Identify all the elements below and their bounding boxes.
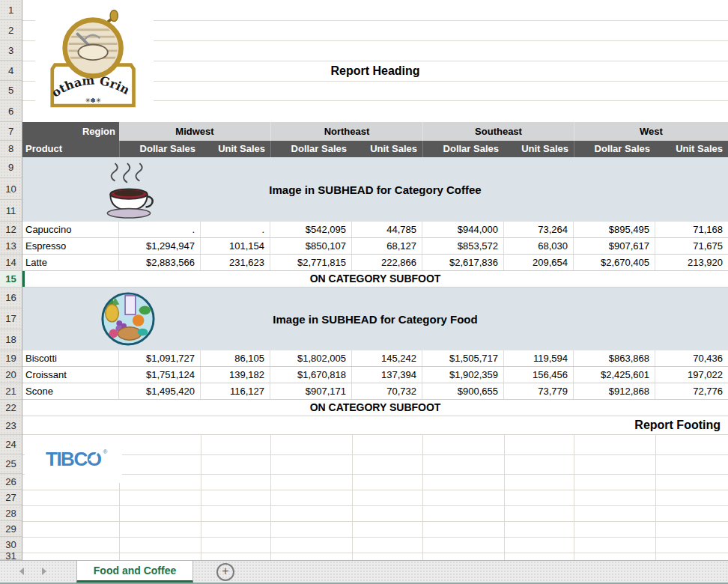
unit-sales-header[interactable]: Unit Sales xyxy=(504,141,574,157)
value-cell[interactable]: $1,751,124 xyxy=(119,367,201,383)
value-cell[interactable]: $895,495 xyxy=(574,222,655,237)
value-cell[interactable]: $1,802,005 xyxy=(270,350,352,366)
value-cell[interactable]: $2,670,405 xyxy=(574,255,655,270)
report-footing-row[interactable]: Report Footing xyxy=(22,416,728,435)
add-sheet-button[interactable]: + xyxy=(216,563,234,581)
region-southeast-cell[interactable]: Southeast xyxy=(422,122,574,141)
value-cell[interactable]: 71,168 xyxy=(655,222,728,237)
row-header-30[interactable]: 30 xyxy=(0,537,22,553)
product-name-cell[interactable]: Capuccino xyxy=(22,222,119,237)
row-header-8[interactable]: 8 xyxy=(0,141,22,157)
dollar-sales-header[interactable]: Dollar Sales xyxy=(574,141,655,157)
region-northeast-cell[interactable]: Northeast xyxy=(270,122,422,141)
value-cell[interactable]: 86,105 xyxy=(201,350,270,366)
value-cell[interactable]: $2,771,815 xyxy=(270,255,352,270)
dollar-sales-header[interactable]: Dollar Sales xyxy=(270,141,352,157)
dollar-sales-header[interactable]: Dollar Sales xyxy=(119,141,201,157)
row-header-26[interactable]: 26 xyxy=(0,474,22,490)
row-header-27[interactable]: 27 xyxy=(0,490,22,505)
row-header-21[interactable]: 21 xyxy=(0,383,22,400)
row-header-10[interactable]: 10 xyxy=(0,178,22,200)
row-header-20[interactable]: 20 xyxy=(0,367,22,383)
row-header-5[interactable]: 5 xyxy=(0,81,22,100)
row-header-17[interactable]: 17 xyxy=(0,308,22,329)
row-header-7[interactable]: 7 xyxy=(0,122,22,141)
unit-sales-header[interactable]: Unit Sales xyxy=(201,141,270,157)
value-cell[interactable]: $863,868 xyxy=(574,350,655,366)
value-cell[interactable]: $2,883,566 xyxy=(119,255,201,270)
value-cell[interactable]: $853,572 xyxy=(422,238,504,254)
region-midwest-cell[interactable]: Midwest xyxy=(119,122,270,141)
value-cell[interactable]: $1,294,947 xyxy=(119,238,201,254)
row-header-11[interactable]: 11 xyxy=(0,200,22,222)
value-cell[interactable]: 145,242 xyxy=(352,350,422,366)
value-cell[interactable]: $850,107 xyxy=(270,238,352,254)
empty-grid-area[interactable]: TIBCO ® xyxy=(22,435,728,560)
value-cell[interactable]: 72,776 xyxy=(655,383,728,399)
value-cell[interactable]: 73,264 xyxy=(504,222,574,237)
value-cell[interactable]: 68,030 xyxy=(504,238,574,254)
row-header-29[interactable]: 29 xyxy=(0,521,22,537)
value-cell[interactable]: 44,785 xyxy=(352,222,422,237)
row-header-1[interactable]: 1 xyxy=(0,0,22,20)
value-cell[interactable]: $1,091,727 xyxy=(119,350,201,366)
value-cell[interactable]: 156,456 xyxy=(504,367,574,383)
row-header-19[interactable]: 19 xyxy=(0,350,22,367)
value-cell[interactable]: . xyxy=(201,222,270,237)
row-header-24[interactable]: 24 xyxy=(0,435,22,454)
value-cell[interactable]: 70,732 xyxy=(352,383,422,399)
row-header-15[interactable]: 15 xyxy=(0,271,22,288)
row-header-18[interactable]: 18 xyxy=(0,329,22,350)
value-cell[interactable]: 71,675 xyxy=(655,238,728,254)
row-header-25[interactable]: 25 xyxy=(0,454,22,474)
product-name-cell[interactable]: Scone xyxy=(22,383,119,399)
product-name-cell[interactable]: Biscotti xyxy=(22,350,119,366)
product-header-cell[interactable]: Product xyxy=(22,141,119,157)
value-cell[interactable]: 231,623 xyxy=(201,255,270,270)
value-cell[interactable]: $1,505,717 xyxy=(422,350,504,366)
row-header-6[interactable]: 6 xyxy=(0,100,22,122)
row-header-4[interactable]: 4 xyxy=(0,61,22,81)
value-cell[interactable]: 73,779 xyxy=(504,383,574,399)
value-cell[interactable]: 68,127 xyxy=(352,238,422,254)
value-cell[interactable]: 139,182 xyxy=(201,367,270,383)
value-cell[interactable]: 70,436 xyxy=(655,350,728,366)
row-header-16[interactable]: 16 xyxy=(0,288,22,308)
row-header-14[interactable]: 14 xyxy=(0,255,22,271)
value-cell[interactable]: 101,154 xyxy=(201,238,270,254)
value-cell[interactable]: $2,617,836 xyxy=(422,255,504,270)
product-name-cell[interactable]: Espresso xyxy=(22,238,119,254)
value-cell[interactable]: $1,902,359 xyxy=(422,367,504,383)
unit-sales-header[interactable]: Unit Sales xyxy=(655,141,728,157)
value-cell[interactable]: $912,868 xyxy=(574,383,655,399)
value-cell[interactable]: $1,495,420 xyxy=(119,383,201,399)
row-header-22[interactable]: 22 xyxy=(0,400,22,416)
food-subfoot-row[interactable]: ON CATEGORY SUBFOOT xyxy=(22,400,728,416)
value-cell[interactable]: 137,394 xyxy=(352,367,422,383)
unit-sales-header[interactable]: Unit Sales xyxy=(352,141,422,157)
row-header-3[interactable]: 3 xyxy=(0,40,22,61)
value-cell[interactable]: 213,920 xyxy=(655,255,728,270)
value-cell[interactable]: $1,670,818 xyxy=(270,367,352,383)
row-header-2[interactable]: 2 xyxy=(0,20,22,40)
region-label-cell[interactable]: Region xyxy=(22,122,119,141)
row-header-31[interactable]: 31 xyxy=(0,553,22,560)
value-cell[interactable]: 119,594 xyxy=(504,350,574,366)
row-header-12[interactable]: 12 xyxy=(0,222,22,238)
value-cell[interactable]: $944,000 xyxy=(422,222,504,237)
value-cell[interactable]: $907,617 xyxy=(574,238,655,254)
coffee-subfoot-row[interactable]: ON CATEGORY SUBFOOT xyxy=(22,271,728,288)
value-cell[interactable]: 197,022 xyxy=(655,367,728,383)
value-cell[interactable]: $900,655 xyxy=(422,383,504,399)
prev-sheet-arrow-icon[interactable] xyxy=(19,568,24,575)
next-sheet-arrow-icon[interactable] xyxy=(42,568,46,575)
sheet-tab-food-and-coffee[interactable]: Food and Coffee xyxy=(76,561,193,583)
value-cell[interactable]: . xyxy=(119,222,201,237)
row-header-9[interactable]: 9 xyxy=(0,157,22,178)
row-header-28[interactable]: 28 xyxy=(0,505,22,521)
value-cell[interactable]: 209,654 xyxy=(504,255,574,270)
value-cell[interactable]: 222,866 xyxy=(352,255,422,270)
food-subhead-band[interactable]: Image in SUBHEAD for Category Food xyxy=(22,288,728,350)
value-cell[interactable]: 116,127 xyxy=(201,383,270,399)
row-header-13[interactable]: 13 xyxy=(0,238,22,255)
